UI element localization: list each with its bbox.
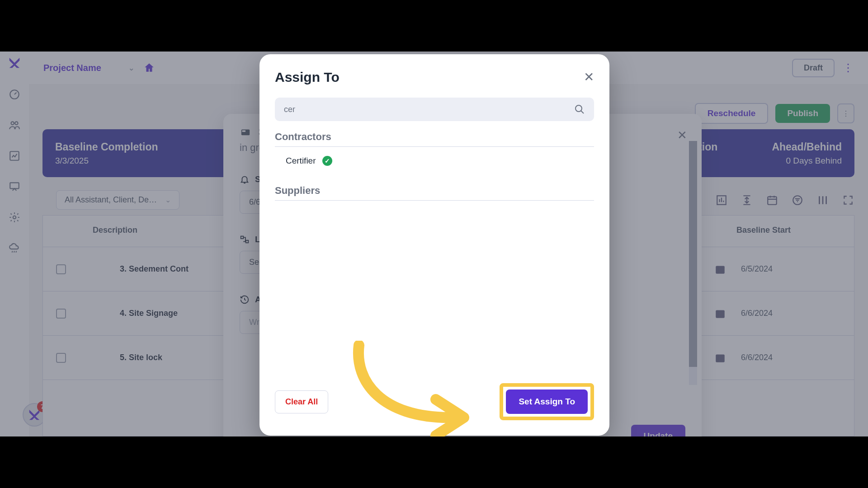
contractors-label: Contractors bbox=[275, 131, 594, 147]
search-box[interactable] bbox=[275, 98, 594, 121]
set-assign-highlight: Set Assign To bbox=[500, 383, 594, 420]
svg-point-17 bbox=[576, 105, 582, 112]
modal-title: Assign To bbox=[275, 70, 594, 85]
search-icon bbox=[574, 104, 585, 115]
assign-to-modal: Assign To ✕ Contractors Certifier ✓ Supp… bbox=[259, 54, 609, 436]
result-name: Certifier bbox=[286, 156, 316, 166]
check-icon: ✓ bbox=[322, 156, 332, 166]
app-viewport: 7 Project Name ⌄ Draft ⋮ Reschedule Publ… bbox=[0, 52, 868, 436]
search-input[interactable] bbox=[284, 105, 574, 114]
suppliers-label: Suppliers bbox=[275, 185, 594, 201]
clear-all-button[interactable]: Clear All bbox=[275, 390, 328, 413]
assign-result-certifier[interactable]: Certifier ✓ bbox=[275, 147, 594, 175]
modal-close-icon[interactable]: ✕ bbox=[584, 70, 594, 84]
set-assign-to-button[interactable]: Set Assign To bbox=[506, 389, 588, 414]
